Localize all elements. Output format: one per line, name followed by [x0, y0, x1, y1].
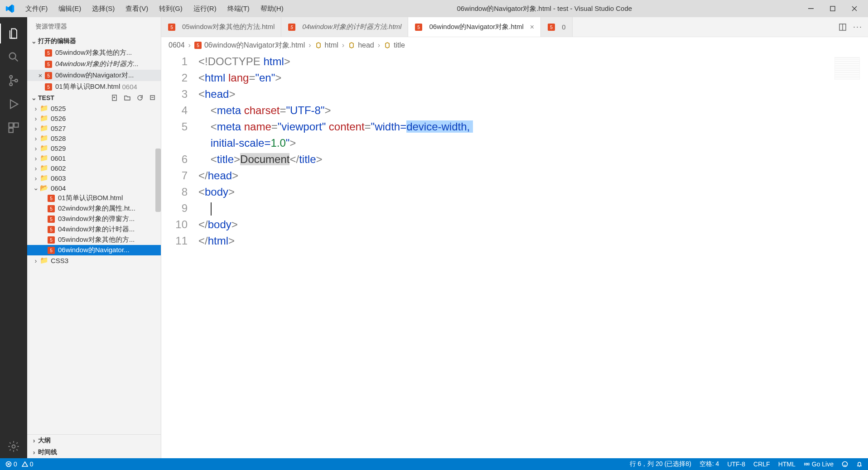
line-number: 3	[161, 86, 198, 102]
tab-active[interactable]: 506window的Navigator对象.html×	[408, 17, 541, 37]
status-encoding[interactable]: UTF-8	[727, 460, 745, 468]
folder-icon: 📁	[40, 256, 48, 264]
open-editors-header[interactable]: ⌄ 打开的编辑器	[27, 35, 161, 47]
folder-icon: 📁	[40, 144, 48, 152]
chevron-right-icon: ›	[30, 437, 38, 444]
open-editor-item[interactable]: ×506window的Navigator对...	[27, 70, 161, 81]
close-icon[interactable]: ×	[36, 72, 44, 79]
breadcrumb-file[interactable]: 06window的Navigator对象.html	[204, 41, 305, 50]
activity-search[interactable]	[0, 45, 27, 69]
vscode-logo-icon	[5, 3, 15, 14]
breadcrumb-folder[interactable]: 0604	[169, 41, 185, 49]
minimap[interactable]	[834, 57, 860, 80]
status-eol[interactable]: CRLF	[753, 460, 770, 468]
file-row-selected[interactable]: 506window的Navigator...	[27, 245, 161, 255]
file-row[interactable]: 502window对象的属性.ht...	[27, 203, 161, 214]
new-file-icon[interactable]	[110, 94, 119, 101]
folder-icon: 📁	[40, 124, 48, 132]
menu-selection[interactable]: 选择(S)	[87, 3, 120, 15]
breadcrumb[interactable]: 0604› 5 06window的Navigator对象.html› html›…	[161, 37, 868, 53]
status-feedback-icon[interactable]	[842, 461, 848, 467]
line-number: 8	[161, 184, 198, 200]
file-name: 03window对象的弹窗方...	[58, 215, 135, 223]
folder-row[interactable]: ›📁0527	[27, 123, 161, 133]
status-spaces[interactable]: 空格: 4	[699, 460, 719, 468]
status-bell-icon[interactable]	[856, 461, 863, 467]
window-title: 06window的Navigator对象.html - test - Visua…	[289, 5, 800, 13]
activity-settings[interactable]	[0, 435, 27, 458]
minimize-button[interactable]	[800, 0, 822, 17]
activity-explorer[interactable]	[0, 22, 27, 45]
html-file-icon: 5	[44, 83, 53, 91]
open-editor-item[interactable]: ×504window对象的计时器方...	[27, 58, 161, 70]
tab[interactable]: 50	[541, 17, 572, 37]
chevron-right-icon: ›	[32, 144, 40, 152]
close-button[interactable]	[844, 0, 865, 17]
tab[interactable]: 505window对象其他的方法.html	[161, 17, 281, 37]
svg-text:5: 5	[50, 206, 53, 211]
tree-header[interactable]: ⌄TEST	[27, 92, 161, 103]
menu-help[interactable]: 帮助(H)	[255, 3, 289, 15]
status-errors[interactable]: 0	[5, 460, 17, 468]
activity-extensions[interactable]	[0, 116, 27, 139]
status-golive[interactable]: Go Live	[804, 460, 834, 468]
folder-row[interactable]: ›📁0526	[27, 113, 161, 123]
activity-debug[interactable]	[0, 92, 27, 116]
file-row[interactable]: 501简单认识BOM.html	[27, 193, 161, 203]
code-editor[interactable]: 1<!DOCTYPE html> 2<html lang="en"> 3<hea…	[161, 53, 868, 458]
chevron-right-icon: ›	[32, 164, 40, 172]
menu-file[interactable]: 文件(F)	[20, 3, 53, 15]
tree-scrollbar[interactable]	[155, 149, 161, 212]
folder-row[interactable]: ›📁CSS3	[27, 255, 161, 265]
new-folder-icon[interactable]	[123, 94, 132, 101]
tab[interactable]: 504window对象的计时器方法.html	[281, 17, 408, 37]
file-row[interactable]: 505window对象其他的方...	[27, 235, 161, 245]
open-editor-item[interactable]: ×501简单认识BOM.html 0604	[27, 81, 161, 92]
menu-view[interactable]: 查看(V)	[120, 3, 154, 15]
outline-header[interactable]: ›大纲	[27, 434, 161, 446]
folder-row[interactable]: ›📁0529	[27, 143, 161, 153]
timeline-header[interactable]: ›时间线	[27, 446, 161, 458]
folder-row[interactable]: ›📁0525	[27, 103, 161, 113]
more-icon[interactable]: ···	[853, 22, 863, 32]
status-language[interactable]: HTML	[778, 460, 796, 468]
status-warnings[interactable]: 0	[22, 460, 34, 468]
refresh-icon[interactable]	[135, 94, 145, 101]
breadcrumb-node[interactable]: title	[394, 41, 405, 49]
folder-icon: 📁	[40, 104, 48, 112]
file-row[interactable]: 504window对象的计时器...	[27, 224, 161, 235]
line-number: 1	[161, 53, 198, 70]
folder-row-open[interactable]: ⌄📂0604	[27, 183, 161, 193]
line-number: 11	[161, 233, 198, 249]
activity-scm[interactable]	[0, 69, 27, 92]
split-editor-icon[interactable]	[839, 23, 847, 31]
menu-edit[interactable]: 编辑(E)	[53, 3, 87, 15]
status-cursor[interactable]: 行 6，列 20 (已选择8)	[630, 460, 691, 468]
folder-icon: 📁	[40, 114, 48, 122]
html-file-icon: 5	[44, 49, 53, 57]
chevron-right-icon: ›	[30, 449, 38, 456]
svg-text:5: 5	[50, 217, 53, 222]
folder-row[interactable]: ›📁0528	[27, 133, 161, 143]
folder-row[interactable]: ›📁0603	[27, 173, 161, 183]
svg-point-3	[10, 76, 12, 78]
folder-row[interactable]: ›📁0602	[27, 163, 161, 173]
menu-terminal[interactable]: 终端(T)	[222, 3, 255, 15]
svg-text:5: 5	[47, 85, 50, 90]
file-row[interactable]: 503window对象的弹窗方...	[27, 214, 161, 224]
collapse-all-icon[interactable]	[148, 94, 157, 101]
timeline-label: 时间线	[38, 448, 57, 456]
maximize-button[interactable]	[822, 0, 844, 17]
activity-bar	[0, 17, 27, 458]
menu-go[interactable]: 转到(G)	[154, 3, 188, 15]
folder-name: 0601	[51, 154, 66, 162]
chevron-down-icon: ⌄	[30, 94, 38, 101]
close-icon[interactable]: ×	[530, 23, 534, 31]
menu-run[interactable]: 运行(R)	[188, 3, 222, 15]
breadcrumb-node[interactable]: head	[358, 41, 374, 49]
open-editor-item[interactable]: ×505window对象其他的方...	[27, 47, 161, 58]
breadcrumb-node[interactable]: html	[325, 41, 338, 49]
folder-row[interactable]: ›📁0601	[27, 153, 161, 163]
svg-text:5: 5	[50, 238, 53, 243]
sidebar: 资源管理器 ⌄ 打开的编辑器 ×505window对象其他的方... ×504w…	[27, 17, 161, 458]
